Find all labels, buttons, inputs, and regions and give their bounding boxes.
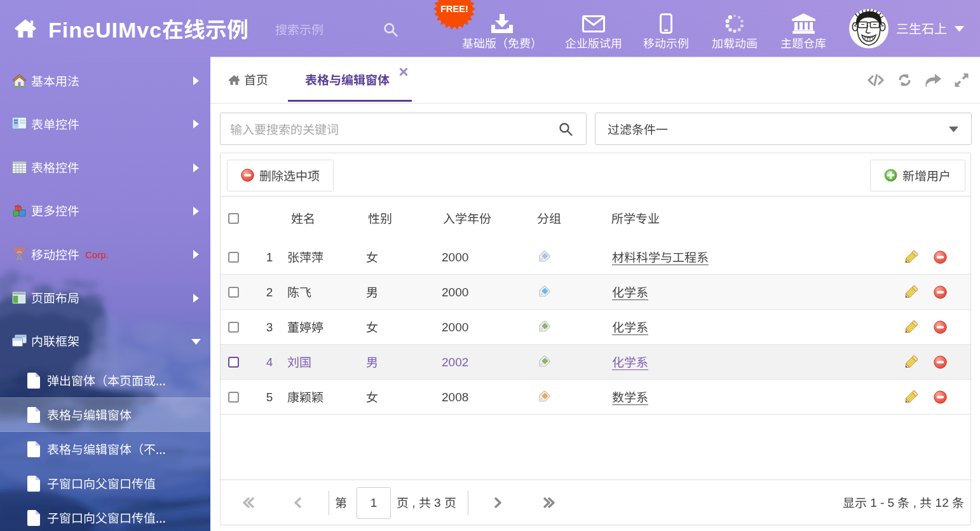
svg-text:FREE!: FREE!: [440, 4, 468, 14]
